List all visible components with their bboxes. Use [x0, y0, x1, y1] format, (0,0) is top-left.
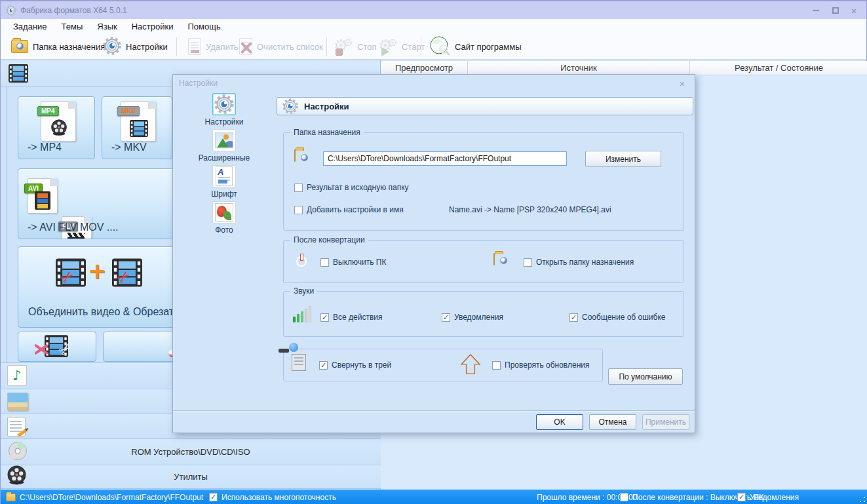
- app-window: Фабрика форматов X64 5.0.1 × Задание Тем…: [0, 0, 867, 504]
- status-bar: C:\Users\DTore\Downloads\FormatFactory\F…: [1, 490, 867, 504]
- sidebar-item-advanced[interactable]: Расширенные: [186, 129, 262, 165]
- checkbox-label: Использовать многопоточность: [222, 493, 336, 502]
- checkbox-box: [737, 493, 746, 501]
- stop-icon: [334, 37, 353, 56]
- menu-language[interactable]: Язык: [90, 20, 124, 33]
- folder-icon: [493, 253, 495, 265]
- statusbar-notifications-checkbox[interactable]: Уведомления: [737, 493, 799, 502]
- cancel-button[interactable]: Отмена: [589, 414, 636, 430]
- error-message-checkbox[interactable]: Сообщение об ошибке: [569, 313, 665, 322]
- open-dest-folder-checkbox[interactable]: Открыть папку назначения: [524, 258, 634, 267]
- checkbox-label: Все действия: [333, 313, 382, 322]
- check-updates-checkbox[interactable]: Проверять обновления: [492, 360, 589, 370]
- utilities-row-label: Утилиты: [28, 472, 353, 482]
- folder-badge-icon: [500, 257, 507, 264]
- minimize-icon: [813, 10, 819, 11]
- film-scissors-icon: ✂: [112, 258, 142, 292]
- group-label: Звуки: [290, 286, 317, 296]
- statusbar-output-path[interactable]: C:\Users\DTore\Downloads\FormatFactory\F…: [20, 493, 203, 502]
- convert-to-mkv-button[interactable]: MKV -> MKV: [102, 96, 172, 159]
- shutdown-pc-checkbox[interactable]: Выключить ПК: [320, 258, 386, 267]
- film-strip-icon: [130, 120, 148, 140]
- folder-badge-icon: [301, 154, 308, 161]
- maximize-icon: [832, 7, 839, 14]
- checkbox-box: [620, 493, 628, 501]
- clear-list-label: Очистить список: [257, 42, 323, 52]
- checkbox-label: Выключить ПК: [333, 258, 386, 267]
- checkbox-box: [524, 258, 532, 267]
- checkbox-box: [569, 313, 578, 322]
- defaults-button[interactable]: По умолчанию: [608, 368, 683, 385]
- convert-to-mp4-button[interactable]: MP4 -> MP4: [18, 96, 95, 159]
- rom-row-label: ROM Устройство\DVD\CD\ISO: [28, 447, 353, 457]
- clear-list-icon: [239, 38, 252, 55]
- font-document-icon: A: [212, 165, 236, 187]
- clapperboard-icon: [67, 233, 85, 239]
- notifications-checkbox[interactable]: Уведомления: [442, 313, 503, 322]
- image-icon: [7, 393, 28, 411]
- utilities-row[interactable]: Утилиты: [1, 465, 381, 489]
- ok-button[interactable]: OK: [536, 414, 583, 430]
- video-tool-button[interactable]: [103, 332, 178, 362]
- checkbox-box: [319, 361, 328, 370]
- film-scissors-icon: ✂: [56, 258, 86, 292]
- checkbox-box: [492, 361, 501, 370]
- title-bar: Фабрика форматов X64 5.0.1 ×: [1, 1, 866, 19]
- music-note-icon: ♪: [12, 368, 21, 383]
- resize-grip[interactable]: [859, 496, 866, 503]
- menu-settings[interactable]: Настройки: [125, 20, 181, 33]
- window-title: Фабрика форматов X64 5.0.1: [20, 6, 127, 15]
- minimize-to-tray-checkbox[interactable]: Свернуть в трей: [319, 360, 391, 370]
- minimize-button[interactable]: [806, 1, 826, 20]
- site-label: Сайт программы: [455, 42, 522, 52]
- mp4-button-label: -> MP4: [28, 142, 62, 153]
- stop-button: Стоп: [332, 35, 379, 58]
- all-actions-checkbox[interactable]: Все действия: [320, 313, 382, 322]
- settings-label: Настройки: [126, 42, 168, 52]
- plus-icon: +: [88, 258, 107, 284]
- menu-help[interactable]: Помощь: [180, 20, 227, 33]
- dest-folder-button[interactable]: Папка назначения: [9, 35, 107, 58]
- start-label: Старт: [402, 42, 425, 52]
- dialog-title: Настройки: [179, 79, 218, 88]
- output-path-field[interactable]: C:\Users\DTore\Downloads\FormatFactory\F…: [323, 151, 567, 166]
- dest-folder-label: Папка назначения: [33, 42, 105, 52]
- update-arrow-icon: [459, 353, 482, 376]
- misc-group: Свернуть в трей Проверять обновления: [283, 349, 603, 381]
- video-clip-button[interactable]: ✂: [18, 332, 96, 362]
- dialog-header: Настройки: [277, 97, 693, 115]
- document-icon: [7, 417, 26, 436]
- folder-icon: [6, 494, 16, 501]
- close-button[interactable]: ×: [844, 1, 864, 20]
- rom-device-row[interactable]: ROM Устройство\DVD\CD\ISO: [1, 438, 381, 465]
- column-source[interactable]: Источник: [468, 61, 690, 75]
- add-settings-to-name-checkbox[interactable]: Добавить настройки в имя: [294, 205, 404, 214]
- music-icon: ♪: [7, 365, 27, 386]
- change-folder-button[interactable]: Изменить: [585, 151, 661, 167]
- folder-icon: [11, 40, 28, 53]
- site-button[interactable]: Сайт программы: [427, 35, 524, 58]
- multithread-checkbox[interactable]: Использовать многопоточность: [209, 493, 336, 502]
- rename-example-text: Name.avi -> Name [PSP 320x240 MPEG4].avi: [449, 205, 611, 214]
- mkv-button-label: -> MKV: [111, 142, 147, 153]
- sidebar-item-font[interactable]: A Шрифт: [186, 165, 262, 201]
- checkbox-label: Открыть папку назначения: [536, 258, 634, 267]
- sidebar-label: Настройки: [205, 117, 244, 126]
- sidebar-item-photo[interactable]: Фото: [186, 201, 262, 237]
- sidebar-item-settings[interactable]: Настройки: [186, 93, 262, 128]
- column-result[interactable]: Результат / Состояние: [690, 61, 867, 75]
- app-icon: [6, 5, 16, 16]
- folder-icon: [294, 149, 296, 162]
- settings-button[interactable]: Настройки: [100, 35, 170, 58]
- maximize-button[interactable]: [826, 1, 845, 20]
- menu-themes[interactable]: Темы: [54, 20, 90, 33]
- dialog-close-button[interactable]: ×: [676, 78, 688, 89]
- globe-icon: [429, 35, 450, 58]
- checkbox-label: Уведомления: [454, 313, 503, 322]
- landscape-icon: [212, 129, 236, 151]
- result-to-source-checkbox[interactable]: Результат в исходную папку: [294, 183, 409, 192]
- dest-folder-group: Папка назначения C:\Users\DTore\Download…: [283, 132, 684, 231]
- menu-task[interactable]: Задание: [6, 20, 54, 33]
- settings-gear-icon: [212, 93, 236, 115]
- column-preview[interactable]: Предпросмотр: [381, 61, 468, 75]
